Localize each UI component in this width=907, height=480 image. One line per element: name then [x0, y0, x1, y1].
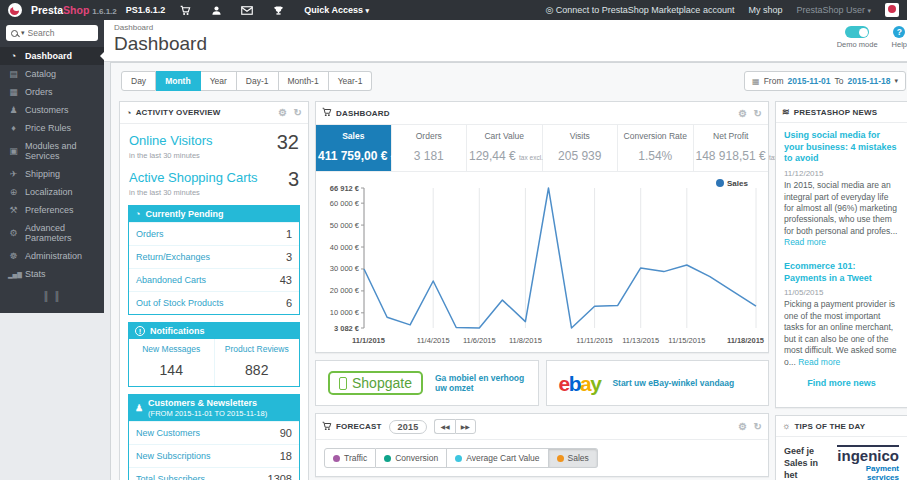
mail-icon[interactable]: [236, 4, 258, 15]
forecast-next-button[interactable]: ▶▶: [455, 419, 476, 434]
sidebar-item-administration[interactable]: ☸Administration: [0, 247, 104, 265]
total-subscribers-link[interactable]: Total Subscribers: [136, 474, 205, 480]
product-reviews-link[interactable]: Product Reviews: [217, 344, 298, 354]
chevron-down-icon: ▾: [366, 7, 370, 14]
traffic-dot-icon: [333, 455, 340, 462]
svg-text:11/8/2015: 11/8/2015: [509, 336, 542, 345]
user-avatar[interactable]: [885, 3, 899, 17]
sidebar-search: ▾: [6, 25, 98, 41]
toggle-average-cart-value[interactable]: Average Cart Value: [447, 448, 548, 468]
sidebar-item-dashboard[interactable]: ◔Dashboard: [0, 47, 104, 65]
user-menu[interactable]: PrestaShop User ▾: [796, 5, 871, 15]
svg-text:30 000 €: 30 000 €: [330, 264, 360, 273]
employees-icon[interactable]: [205, 4, 227, 15]
kpi-tab-net-profit[interactable]: Net Profit148 918,51 € tax excl.: [694, 125, 769, 171]
cart-icon: [322, 107, 332, 119]
tips-of-the-day-panel: ☼ TIPS OF THE DAY Geef je Sales in het b…: [775, 415, 907, 480]
sidebar-item-shipping[interactable]: ✈Shipping: [0, 165, 104, 183]
cart-icon[interactable]: [174, 4, 196, 15]
range-day-button[interactable]: Day: [121, 71, 156, 91]
kpi-tabs: Sales411 759,00 € tax excl. Orders3 181 …: [316, 125, 768, 172]
my-shop-link[interactable]: My shop: [748, 5, 782, 15]
shopgate-ad-link[interactable]: Ga mobiel en verhoog uw omzet: [435, 373, 526, 393]
sidebar-item-customers[interactable]: ♟Customers: [0, 101, 104, 119]
panel-settings-icon[interactable]: ⚙: [278, 107, 287, 118]
pending-returns-link[interactable]: Return/Exchanges: [136, 252, 210, 262]
demo-mode-toggle[interactable]: [845, 26, 869, 38]
forecast-toggles: Traffic Conversion Average Cart Value Sa…: [316, 440, 768, 476]
range-button-group: Day Month Year Day-1 Month-1 Year-1: [121, 71, 372, 91]
kpi-tab-sales[interactable]: Sales411 759,00 € tax excl.: [316, 125, 392, 171]
panel-settings-icon[interactable]: ⚙: [738, 421, 747, 432]
sidebar: ▾ ◔Dashboard ▤Catalog ▦Orders ♟Customers…: [0, 20, 104, 313]
pending-orders-link[interactable]: Orders: [136, 229, 164, 239]
panel-settings-icon[interactable]: ⚙: [738, 108, 747, 119]
panel-refresh-icon[interactable]: ↻: [753, 108, 762, 119]
dashboard-panel-title: DASHBOARD: [336, 109, 390, 118]
new-customers-link[interactable]: New Customers: [136, 428, 200, 438]
range-year-1-button[interactable]: Year-1: [329, 71, 373, 91]
range-month-button[interactable]: Month: [156, 71, 201, 91]
online-visitors-label[interactable]: Online Visitors: [129, 133, 213, 148]
sidebar-item-localization[interactable]: ⊕Localization: [0, 183, 104, 201]
sidebar-item-advanced-parameters[interactable]: ⚙Advanced Parameters: [0, 219, 104, 247]
range-day-1-button[interactable]: Day-1: [237, 71, 279, 91]
active-carts-value: 3: [288, 168, 299, 197]
conversion-dot-icon: [384, 455, 391, 462]
forecast-year-button[interactable]: 2015: [389, 420, 428, 434]
active-carts-label[interactable]: Active Shopping Carts: [129, 170, 258, 185]
search-input[interactable]: [28, 28, 93, 38]
sidebar-item-catalog[interactable]: ▤Catalog: [0, 65, 104, 83]
calendar-icon: ▦: [752, 77, 760, 86]
abandoned-carts-link[interactable]: Abandoned Carts: [136, 275, 206, 285]
trophy-icon[interactable]: [267, 4, 289, 15]
kpi-tab-cart-value[interactable]: Cart Value129,44 € tax excl.: [467, 125, 543, 171]
ebay-ad-panel: ebay Start uw eBay-winkel vandaag: [546, 360, 770, 406]
news-article-link[interactable]: Ecommerce 101: Payments in a Tweet: [784, 261, 899, 284]
svg-text:10 000 €: 10 000 €: [330, 308, 360, 317]
toggle-sales[interactable]: Sales: [549, 448, 598, 468]
toggle-conversion[interactable]: Conversion: [376, 448, 447, 468]
quick-access-menu[interactable]: Quick Access ▾: [304, 5, 369, 15]
toggle-traffic[interactable]: Traffic: [324, 448, 376, 468]
sidebar-item-stats[interactable]: ▂▅▇Stats: [0, 265, 104, 283]
kpi-tab-visits[interactable]: Visits205 939: [543, 125, 619, 171]
svg-text:20 000 €: 20 000 €: [330, 286, 360, 295]
page-title: Dashboard: [114, 33, 907, 55]
kpi-tab-orders[interactable]: Orders3 181: [392, 125, 468, 171]
forecast-prev-button[interactable]: ◀◀: [434, 419, 454, 434]
total-subscribers-row: Total Subscribers1308: [129, 467, 299, 480]
online-visitors-value: 32: [277, 131, 299, 160]
kpi-tab-conversion-rate[interactable]: Conversion Rate1.54%: [618, 125, 694, 171]
date-range-picker[interactable]: ▦ From2015-11-01 To2015-11-18 ▾: [744, 71, 906, 91]
panel-refresh-icon[interactable]: ↻: [753, 421, 762, 432]
search-scope-caret-icon[interactable]: ▾: [21, 29, 25, 37]
panel-refresh-icon[interactable]: ↻: [293, 107, 302, 118]
group-icon: ♟: [8, 105, 19, 115]
find-more-news-link[interactable]: Find more news: [784, 368, 899, 400]
currently-pending-section: ◔Currently Pending Orders1 Return/Exchan…: [128, 205, 300, 315]
range-year-button[interactable]: Year: [201, 71, 237, 91]
out-of-stock-link[interactable]: Out of Stock Products: [136, 298, 224, 308]
new-messages-link[interactable]: New Messages: [131, 344, 212, 354]
range-month-1-button[interactable]: Month-1: [279, 71, 329, 91]
read-more-link[interactable]: Read more: [784, 237, 826, 247]
prestashop-logo-icon[interactable]: [8, 3, 22, 17]
sidebar-item-modules-and-services[interactable]: ▣Modules and Services: [0, 137, 104, 165]
marketplace-link[interactable]: ◎ Connect to PrestaShop Marketplace acco…: [545, 5, 734, 15]
help-icon[interactable]: ?: [893, 26, 905, 38]
sidebar-item-price-rules[interactable]: ♦Price Rules: [0, 119, 104, 137]
chevron-down-icon: ▾: [894, 77, 898, 85]
search-icon: [11, 30, 18, 37]
read-more-link[interactable]: Read more: [798, 357, 840, 367]
sidebar-item-preferences[interactable]: ⚒Preferences: [0, 201, 104, 219]
sidebar-collapse-button[interactable]: ║ ║: [0, 283, 104, 309]
new-messages-cell: New Messages 144: [129, 339, 214, 386]
help-label: Help: [892, 40, 907, 49]
ebay-ad-link[interactable]: Start uw eBay-winkel vandaag: [612, 378, 734, 388]
demo-mode-control: Demo mode: [837, 26, 878, 49]
new-subscriptions-link[interactable]: New Subscriptions: [136, 451, 211, 461]
news-article-link[interactable]: Using social media for your business: 4 …: [784, 130, 899, 165]
svg-text:11/13/2015: 11/13/2015: [622, 336, 659, 345]
sidebar-item-orders[interactable]: ▦Orders: [0, 83, 104, 101]
